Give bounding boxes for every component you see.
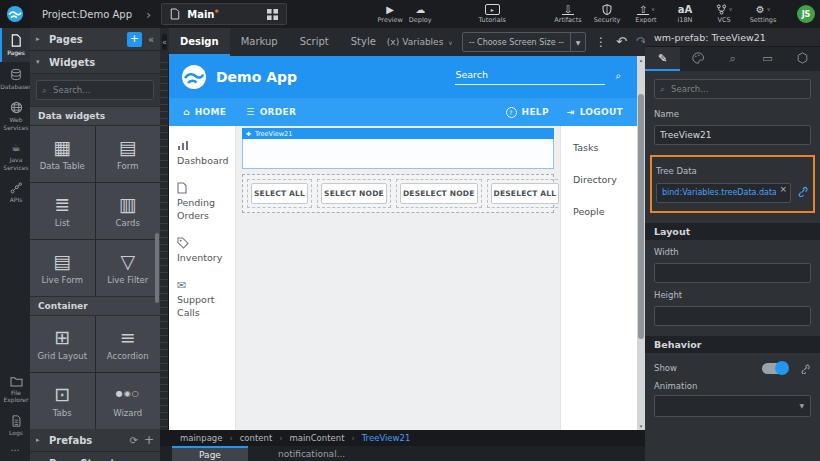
collapse-left-panel-button[interactable]: « xyxy=(162,34,167,50)
export-button[interactable]: ⇧∨ Export xyxy=(631,4,661,24)
settings-button[interactable]: ⚙∨ Settings xyxy=(748,4,778,24)
widgets-section-header[interactable]: ▾ Widgets xyxy=(30,51,160,74)
tab-events[interactable]: ⌕ xyxy=(715,47,750,71)
rail-item-java-services[interactable]: ☕ Java Services xyxy=(0,136,30,176)
nav-item-help[interactable]: ? HELP xyxy=(506,107,549,118)
widget-tile-cards[interactable]: ▥ Cards xyxy=(96,183,161,239)
select-all-button[interactable]: SELECT ALL xyxy=(251,183,308,204)
notification-text[interactable]: notificational... xyxy=(278,446,345,461)
rail-item-logs[interactable]: Logs xyxy=(0,409,30,442)
add-prefab-icon[interactable]: + xyxy=(144,433,154,447)
menu-item-people[interactable]: People xyxy=(573,206,637,217)
undo-icon[interactable]: ↶ xyxy=(616,36,627,48)
prefabs-section-header[interactable]: ▸ Prefabs ⟳ + xyxy=(30,429,160,452)
rail-item-web-services[interactable]: Web Services xyxy=(0,95,30,136)
menu-item-directory[interactable]: Directory xyxy=(573,174,637,185)
app-search[interactable]: Search ⌕ xyxy=(455,69,625,85)
tab-markup[interactable]: Markup xyxy=(230,28,289,56)
breadcrumb-item-maincontent[interactable]: mainContent xyxy=(289,433,344,443)
show-toggle[interactable] xyxy=(762,363,788,374)
scroll-up-icon[interactable]: ▴ xyxy=(637,56,645,64)
tab-device[interactable]: ▭ xyxy=(750,47,785,71)
treeview-widget[interactable] xyxy=(242,139,554,169)
widget-search-input[interactable] xyxy=(51,84,148,96)
artifacts-button[interactable]: ⇩ Artifacts xyxy=(553,4,583,24)
menu-item-support-calls[interactable]: ✉ Support Calls xyxy=(177,279,235,319)
deselect-all-button[interactable]: DESELECT ALL xyxy=(491,183,560,204)
screen-size-select[interactable]: -- Choose Screen Size -- ▼ xyxy=(462,32,586,52)
select-node-button[interactable]: SELECT NODE xyxy=(321,183,387,204)
rail-more-button[interactable]: ⋯ xyxy=(0,441,30,461)
page-tab[interactable]: Page xyxy=(172,446,248,461)
widget-search[interactable]: ⌕ xyxy=(36,80,154,100)
nav-item-logout[interactable]: ⇥ LOGOUT xyxy=(567,107,623,118)
properties-search-input[interactable] xyxy=(669,83,805,95)
tab-properties[interactable]: ✎ xyxy=(645,47,680,71)
button-wrapper[interactable]: SELECT ALL xyxy=(247,179,312,208)
tab-design[interactable]: Design xyxy=(169,28,230,56)
canvas-scrollbar[interactable]: ▴ ▾ xyxy=(637,56,645,430)
menu-item-pending-orders[interactable]: Pending Orders xyxy=(177,182,235,222)
widget-tile-data-table[interactable]: ▦ Data Table xyxy=(30,126,95,182)
tutorials-button[interactable]: ▸ Tutorials xyxy=(477,4,507,24)
deploy-button[interactable]: ☁ Deploy xyxy=(405,4,435,24)
deselect-node-button[interactable]: DESELECT NODE xyxy=(400,183,478,204)
tab-script[interactable]: Script xyxy=(289,28,340,56)
app-search-placeholder[interactable]: Search xyxy=(455,69,605,85)
nav-item-home[interactable]: ⌂ HOME xyxy=(183,107,226,117)
user-avatar[interactable]: JS xyxy=(797,5,815,23)
vcs-button[interactable]: ∨ VCS xyxy=(709,4,739,24)
treeview-widget-label[interactable]: ✚ TreeView21 xyxy=(242,128,554,139)
breadcrumb-item-mainpage[interactable]: mainpage xyxy=(180,433,222,443)
preview-button[interactable]: ▶ Preview xyxy=(375,4,405,24)
rail-item-databases[interactable]: Databases xyxy=(0,62,30,96)
rail-item-file-explorer[interactable]: File Explorer xyxy=(0,370,30,409)
button-wrapper[interactable]: DESELECT ALL xyxy=(487,179,564,208)
widget-tile-grid-layout[interactable]: ⊞ Grid Layout xyxy=(30,316,95,372)
widget-tile-tabs[interactable]: ⊡ Tabs xyxy=(30,373,95,429)
button-wrapper[interactable]: DESELECT NODE xyxy=(396,179,482,208)
widget-tile-wizard[interactable]: ●◉○ Wizard xyxy=(96,373,161,429)
animation-select[interactable]: ▼ xyxy=(654,395,811,417)
rail-item-apis[interactable]: APIs xyxy=(0,176,30,209)
tab-security[interactable] xyxy=(785,47,820,71)
security-button[interactable]: Security xyxy=(592,4,622,24)
add-page-button[interactable]: + xyxy=(127,32,142,47)
nav-item-order[interactable]: ☰ ORDER xyxy=(246,107,296,117)
pages-grid-icon[interactable] xyxy=(267,9,278,20)
scrollbar-thumb[interactable] xyxy=(638,94,644,339)
widget-tile-live-form[interactable]: ▤ Live Form xyxy=(30,240,95,296)
search-icon[interactable]: ⌕ xyxy=(615,70,621,85)
name-field-input[interactable] xyxy=(654,125,811,145)
widget-tile-list[interactable]: ≣ List xyxy=(30,183,95,239)
tab-styles[interactable] xyxy=(680,47,715,71)
breadcrumb-item-content[interactable]: content xyxy=(240,433,273,443)
wavemaker-logo[interactable] xyxy=(0,0,30,28)
width-field-input[interactable] xyxy=(654,263,811,283)
tree-data-input[interactable] xyxy=(656,183,791,203)
page-selector[interactable]: Main* xyxy=(161,3,287,25)
breadcrumb-item-treeview21[interactable]: TreeView21 xyxy=(362,433,411,443)
clear-binding-icon[interactable]: × xyxy=(779,185,787,194)
variables-dropdown[interactable]: (x) Variables ∨ xyxy=(387,37,453,47)
menu-item-inventory[interactable]: Inventory xyxy=(177,237,235,264)
bind-link-icon[interactable] xyxy=(797,185,809,197)
properties-search[interactable]: ⌕ xyxy=(654,79,811,99)
kebab-menu-icon[interactable]: ⋮ xyxy=(595,36,607,48)
scroll-down-icon[interactable]: ▾ xyxy=(637,422,645,430)
show-link-icon[interactable] xyxy=(800,363,811,374)
pages-section-header[interactable]: ▸ Pages + « xyxy=(30,28,160,51)
tab-style[interactable]: Style xyxy=(340,28,387,56)
collapse-panel-icon[interactable]: « xyxy=(148,34,154,45)
height-field-input[interactable] xyxy=(654,306,811,326)
widget-tile-live-filter[interactable]: ▽ Live Filter xyxy=(96,240,161,296)
menu-item-dashboard[interactable]: Dashboard xyxy=(177,140,235,167)
menu-item-tasks[interactable]: Tasks xyxy=(573,142,637,153)
rail-item-pages[interactable]: Pages xyxy=(0,28,30,62)
page-structure-section-header[interactable]: ▸ Page Structure xyxy=(30,452,160,461)
widget-tile-form[interactable]: ▤ Form xyxy=(96,126,161,182)
widget-tile-accordion[interactable]: ≡ Accordion xyxy=(96,316,161,372)
i18n-button[interactable]: aA i18N xyxy=(670,4,700,24)
left-panel-scrollbar[interactable] xyxy=(155,233,159,303)
button-wrapper[interactable]: SELECT NODE xyxy=(317,179,391,208)
